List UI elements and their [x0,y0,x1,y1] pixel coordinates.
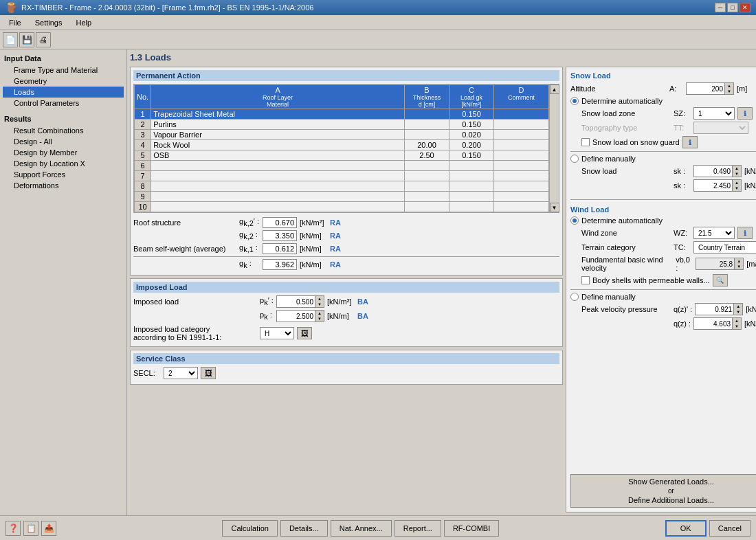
row-comment[interactable] [494,150,549,161]
wind-manual-radio[interactable] [570,293,579,301]
snow-guard-info[interactable]: ℹ [682,136,698,148]
nat-annex-button[interactable]: Nat. Annex... [331,520,392,537]
close-button[interactable]: ✕ [740,3,751,12]
altitude-up[interactable]: ▲ [725,83,733,89]
sidebar-item-design-location[interactable]: Design by Location X [3,158,124,169]
window-controls[interactable]: ─ □ ✕ [715,3,751,12]
show-generated-loads-btn[interactable]: Show Generated Loads... [572,476,756,487]
row-load[interactable] [449,181,494,192]
bottom-icon3[interactable]: 📤 [41,521,56,536]
sk-spinner[interactable]: ▲ ▼ [693,179,742,192]
table-row[interactable]: 4 Rock Wool 20.00 0.200 [135,140,549,150]
qz-down[interactable]: ▼ [733,324,741,329]
sk-down[interactable]: ▼ [733,185,741,191]
pk-prime-up[interactable]: ▲ [315,296,324,302]
define-additional-loads-btn[interactable]: Define Additional Loads... [572,495,756,506]
row-thickness[interactable] [405,120,449,130]
category-icon-btn[interactable]: 🖼 [297,327,312,339]
row-load[interactable] [449,192,494,202]
report-button[interactable]: Report... [394,520,441,537]
row-material[interactable]: Trapezoidal Sheet Metal [151,109,405,120]
table-row[interactable]: 7 [135,171,549,181]
snow-manual-radio[interactable] [570,155,579,163]
row-load[interactable] [449,202,494,212]
qz-prime-down[interactable]: ▼ [734,309,742,315]
pk-down[interactable]: ▼ [315,316,324,322]
maximize-button[interactable]: □ [727,3,738,12]
qz-spinner[interactable]: ▲ ▼ [693,317,742,330]
snow-auto-radio[interactable] [570,97,579,105]
row-thickness[interactable] [405,161,449,171]
cancel-button[interactable]: Cancel [709,520,751,537]
row-comment[interactable] [494,181,549,192]
wind-zone-info[interactable]: ℹ [737,227,753,239]
altitude-input[interactable] [687,83,724,94]
sk-prime-down[interactable]: ▼ [733,171,741,177]
pk-input[interactable] [277,311,315,322]
calculation-button[interactable]: Calculation [222,520,277,537]
scroll-down-btn[interactable]: ▼ [550,203,559,212]
row-comment[interactable] [494,161,549,171]
table-row[interactable]: 2 Purlins 0.150 [135,120,549,130]
snow-zone-info[interactable]: ℹ [737,107,753,120]
row-material[interactable] [151,202,405,212]
menu-settings[interactable]: Settings [29,16,69,29]
body-shells-checkbox[interactable] [581,276,590,284]
row-comment[interactable] [494,202,549,212]
pk-prime-down[interactable]: ▼ [315,302,324,307]
wind-auto-radio[interactable] [570,216,579,225]
row-material[interactable]: OSB [151,150,405,161]
row-thickness[interactable] [405,109,449,120]
row-material[interactable] [151,161,405,171]
table-row[interactable]: 6 [135,161,549,171]
row-load[interactable] [449,161,494,171]
bottom-icon1[interactable]: ❓ [5,521,21,536]
table-row[interactable]: 1 Trapezoidal Sheet Metal 0.150 [135,109,549,120]
sidebar-item-loads[interactable]: Loads [3,87,124,98]
toolbar-btn-2[interactable]: 💾 [19,32,34,47]
rf-combi-button[interactable]: RF-COMBI [444,520,499,537]
row-comment[interactable] [494,140,549,150]
sk-up[interactable]: ▲ [733,180,741,185]
altitude-spinner[interactable]: ▲ ▼ [686,82,734,95]
row-material[interactable]: Vapour Barrier [151,130,405,140]
qz-up[interactable]: ▲ [733,318,741,324]
sk-prime-up[interactable]: ▲ [733,166,741,171]
row-material[interactable] [151,192,405,202]
secl-select[interactable]: 2 1 3 [164,367,198,379]
row-thickness[interactable] [405,130,449,140]
sidebar-item-result-comb[interactable]: Result Combinations [3,125,124,136]
sidebar-item-geometry[interactable]: Geometry [3,76,124,87]
sidebar-item-deformations[interactable]: Deformations [3,180,124,191]
wind-vel-up[interactable]: ▲ [735,258,743,264]
wind-zone-select[interactable]: 21.52223 [693,227,735,239]
body-shells-info[interactable]: 🔍 [713,274,728,286]
minimize-button[interactable]: ─ [715,3,726,12]
sk-prime-input[interactable] [694,166,732,177]
sidebar-item-support-forces[interactable]: Support Forces [3,169,124,180]
snow-guard-checkbox[interactable] [581,138,590,146]
wind-vel-down[interactable]: ▼ [735,264,743,269]
wind-vel-input[interactable] [696,258,734,269]
row-load[interactable]: 0.020 [449,130,494,140]
pk-spinner[interactable]: ▲ ▼ [276,310,324,322]
row-thickness[interactable]: 20.00 [405,140,449,150]
row-material[interactable]: Rock Wool [151,140,405,150]
sidebar-item-design-all[interactable]: Design - All [3,136,124,147]
menu-file[interactable]: File [3,16,27,29]
pk-up[interactable]: ▲ [315,311,324,316]
toolbar-btn-3[interactable]: 🖨 [36,32,51,47]
row-material[interactable] [151,171,405,181]
row-thickness[interactable] [405,171,449,181]
qz-prime-up[interactable]: ▲ [734,304,742,309]
qz-input[interactable] [694,318,732,329]
row-comment[interactable] [494,171,549,181]
row-comment[interactable] [494,130,549,140]
toolbar-btn-1[interactable]: 📄 [3,32,18,47]
row-material[interactable] [151,181,405,192]
sk-input[interactable] [694,180,732,191]
row-comment[interactable] [494,120,549,130]
sk-prime-spinner[interactable]: ▲ ▼ [693,165,742,177]
altitude-down[interactable]: ▼ [725,89,733,94]
table-row[interactable]: 3 Vapour Barrier 0.020 [135,130,549,140]
